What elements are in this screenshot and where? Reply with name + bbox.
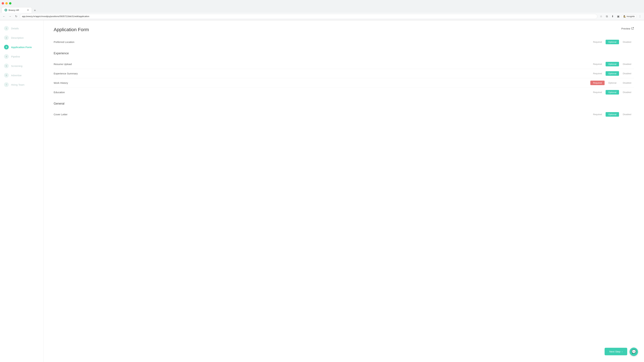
titlebar xyxy=(0,0,644,7)
toggle-option-optional[interactable]: Optional xyxy=(606,40,619,44)
tab-close-button[interactable]: ✕ xyxy=(27,9,29,11)
toggle-group: RequiredOptionalDisabled xyxy=(590,112,634,117)
incognito-icon: 🕵 xyxy=(623,15,626,17)
main-content: Application Form Preview Preferred Locat… xyxy=(44,20,644,362)
minimize-window-button[interactable] xyxy=(5,2,8,4)
form-row: Experience SummaryRequiredOptionalDisabl… xyxy=(54,69,634,78)
toggle-option-disabled[interactable]: Disabled xyxy=(620,71,634,76)
url-text: app.breezy.hr/app/c/moodjoy/positions/59… xyxy=(22,15,595,17)
form-row: Preferred LocationRequiredOptionalDisabl… xyxy=(54,37,634,46)
sidebar-item-label: Details xyxy=(11,27,19,30)
sidebar-item-label: Hiring Team xyxy=(11,83,24,86)
toggle-group: RequiredOptionalDisabled xyxy=(590,40,634,44)
step-number: 7 xyxy=(4,82,9,87)
field-label: Resume Upload xyxy=(54,63,72,65)
toggle-group: RequiredOptionalDisabled xyxy=(590,62,634,66)
sidebar-item-description[interactable]: 2 Description xyxy=(0,33,44,42)
toggle-option-required[interactable]: Required xyxy=(590,40,604,44)
section-title: Experience xyxy=(54,52,634,56)
browser-chrome: B Breezy HR ✕ + ← → ↻ app.breezy.hr/app/… xyxy=(0,0,644,20)
sidebar-item-label: Pipeline xyxy=(11,55,20,58)
window-controls xyxy=(2,2,12,4)
sidebar-item-pipeline[interactable]: 4 Pipeline xyxy=(0,52,44,61)
toggle-option-optional[interactable]: Optional xyxy=(606,112,619,117)
sections-container: Preferred LocationRequiredOptionalDisabl… xyxy=(54,37,634,119)
toggle-option-disabled[interactable]: Disabled xyxy=(620,81,634,85)
toggle-option-required[interactable]: Required xyxy=(590,90,604,94)
sidebar-item-label: Screening xyxy=(11,64,22,67)
section-experience: ExperienceResume UploadRequiredOptionalD… xyxy=(54,52,634,97)
step-number: 2 xyxy=(4,35,9,40)
field-label: Education xyxy=(54,91,65,94)
toggle-option-required[interactable]: Required xyxy=(590,112,604,117)
toggle-option-optional[interactable]: Optional xyxy=(606,62,619,66)
tab-bar: B Breezy HR ✕ + xyxy=(0,7,644,13)
menu-button[interactable]: ⋮ xyxy=(638,14,642,19)
close-window-button[interactable] xyxy=(2,2,4,4)
toggle-option-disabled[interactable]: Disabled xyxy=(620,90,634,94)
toggle-option-required[interactable]: Required xyxy=(590,71,604,76)
step-number: 4 xyxy=(4,54,9,59)
form-row: Work HistoryRequiredOptionalDisabled xyxy=(54,78,634,88)
toggle-group: RequiredOptionalDisabled xyxy=(590,81,634,85)
chat-button[interactable]: 💬 xyxy=(630,348,638,356)
toggle-option-optional[interactable]: Optional xyxy=(606,81,619,85)
extensions-button[interactable]: ⧉ xyxy=(604,14,609,19)
field-label: Cover Letter xyxy=(54,113,68,116)
active-tab[interactable]: B Breezy HR ✕ xyxy=(2,7,32,13)
preview-link[interactable]: Preview xyxy=(621,27,634,30)
toggle-option-required[interactable]: Required xyxy=(590,62,604,66)
field-label: Preferred Location xyxy=(54,40,74,43)
toggle-option-optional[interactable]: Optional xyxy=(606,71,619,76)
section-title: General xyxy=(54,102,634,107)
form-row: Resume UploadRequiredOptionalDisabled xyxy=(54,59,634,69)
nav-actions: ☆ ⧉ ⬇ ▣ 🕵 Incognito ⋮ xyxy=(599,14,642,19)
section-general: GeneralCover LetterRequiredOptionalDisab… xyxy=(54,102,634,119)
address-bar[interactable]: app.breezy.hr/app/c/moodjoy/positions/59… xyxy=(20,14,598,19)
sidebar: 1 Details 2 Description 3 Application Fo… xyxy=(0,20,44,362)
sidebar-item-application-form[interactable]: 3 Application Form xyxy=(0,42,44,52)
download-button[interactable]: ⬇ xyxy=(610,14,615,19)
field-label: Work History xyxy=(54,81,68,84)
preview-label: Preview xyxy=(621,27,630,30)
step-number: 3 xyxy=(4,45,9,49)
sidebar-item-label: Advertise xyxy=(11,74,22,77)
toggle-group: RequiredOptionalDisabled xyxy=(590,90,634,94)
incognito-badge: 🕵 Incognito xyxy=(622,14,636,18)
sidebar-item-advertise[interactable]: 6 Advertise xyxy=(0,70,44,80)
step-number: 5 xyxy=(4,63,9,68)
maximize-window-button[interactable] xyxy=(9,2,12,4)
external-link-icon xyxy=(631,27,634,30)
toggle-option-disabled[interactable]: Disabled xyxy=(620,40,634,44)
toggle-option-disabled[interactable]: Disabled xyxy=(620,62,634,66)
incognito-label: Incognito xyxy=(626,15,635,17)
sidebar-item-label: Description xyxy=(11,36,24,39)
step-number: 6 xyxy=(4,73,9,78)
step-number: 1 xyxy=(4,26,9,31)
bookmark-button[interactable]: ☆ xyxy=(599,14,604,19)
reload-button[interactable]: ↻ xyxy=(14,14,18,19)
next-step-button[interactable]: Next Step › xyxy=(604,348,627,355)
tab-title: Breezy HR xyxy=(8,9,19,11)
sidebar-item-screening[interactable]: 5 Screening xyxy=(0,61,44,70)
new-tab-button[interactable]: + xyxy=(32,8,37,13)
app-layout: 1 Details 2 Description 3 Application Fo… xyxy=(0,20,644,362)
sidebar-toggle-button[interactable]: ▣ xyxy=(616,14,620,19)
page-title: Application Form xyxy=(54,27,634,32)
sidebar-item-details[interactable]: 1 Details xyxy=(0,24,44,33)
nav-bar: ← → ↻ app.breezy.hr/app/c/moodjoy/positi… xyxy=(0,13,644,20)
next-step-icon: › xyxy=(622,350,622,353)
sidebar-item-hiring-team[interactable]: 7 Hiring Team xyxy=(0,80,44,89)
sidebar-item-label: Application Form xyxy=(11,46,32,49)
toggle-option-disabled[interactable]: Disabled xyxy=(620,112,634,117)
form-row: Cover LetterRequiredOptionalDisabled xyxy=(54,110,634,119)
section-location: Preferred LocationRequiredOptionalDisabl… xyxy=(54,37,634,46)
tab-favicon: B xyxy=(4,9,7,11)
back-button[interactable]: ← xyxy=(2,14,6,19)
field-label: Experience Summary xyxy=(54,72,78,75)
toggle-option-optional[interactable]: Optional xyxy=(606,90,619,94)
form-row: EducationRequiredOptionalDisabled xyxy=(54,88,634,97)
toggle-option-required[interactable]: Required xyxy=(590,81,604,85)
forward-button[interactable]: → xyxy=(8,14,12,19)
next-step-label: Next Step xyxy=(609,350,620,353)
